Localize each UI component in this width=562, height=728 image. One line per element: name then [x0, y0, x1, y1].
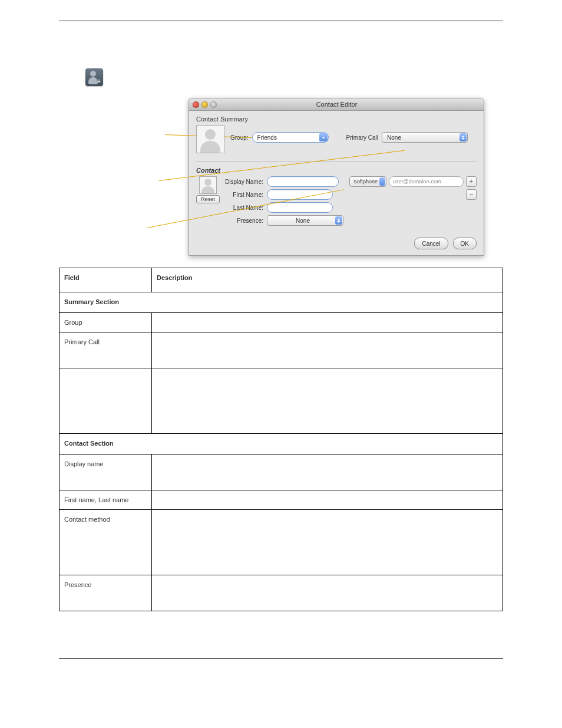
- contact-avatar-small[interactable]: [199, 176, 217, 194]
- presence-label: Presence:: [223, 218, 263, 224]
- group-combo[interactable]: Friends ▾: [252, 132, 329, 143]
- primary-call-select[interactable]: None: [382, 132, 468, 143]
- stepper-icon: [379, 177, 385, 186]
- contact-method-input[interactable]: user@domainA.com: [389, 176, 464, 187]
- contact-method-placeholder: user@domainA.com: [393, 179, 441, 185]
- table-header-field: Field: [59, 268, 152, 292]
- titlebar: Contact Editor: [189, 98, 484, 111]
- table-cell: [152, 490, 503, 510]
- divider: [196, 162, 477, 162]
- table-cell: [152, 368, 503, 434]
- contact-summary-label: Contact Summary: [196, 116, 477, 123]
- contact-method-type: Softphone: [353, 179, 378, 185]
- table-cell: Primary Call: [59, 332, 152, 368]
- first-name-label: First Name:: [223, 192, 263, 198]
- table-cell: Display name: [59, 454, 152, 490]
- display-name-label: Display Name:: [223, 179, 263, 185]
- table-section-summary: Summary Section: [59, 292, 503, 313]
- table-cell: Group: [59, 313, 152, 332]
- close-icon[interactable]: [193, 101, 199, 108]
- last-name-input[interactable]: [267, 202, 333, 213]
- presence-value: None: [272, 218, 333, 224]
- chevron-down-icon: ▾: [319, 133, 328, 141]
- table-cell: Contact method: [59, 510, 152, 575]
- bottom-rule: [59, 658, 503, 659]
- display-name-input[interactable]: [267, 176, 339, 187]
- table-cell: [152, 332, 503, 368]
- field-description-table: Field Description Summary Section Group …: [59, 268, 503, 611]
- contact-method-type-select[interactable]: Softphone: [349, 176, 386, 187]
- last-name-label: Last Name:: [223, 205, 263, 211]
- table-cell: [152, 575, 503, 611]
- table-cell: [152, 454, 503, 490]
- table-section-contact: Contact Section: [59, 434, 503, 454]
- zoom-icon[interactable]: [210, 101, 217, 108]
- presence-select[interactable]: None: [267, 215, 343, 226]
- add-method-button[interactable]: +: [466, 176, 477, 187]
- reset-button[interactable]: Reset: [196, 195, 220, 203]
- stepper-icon: [459, 133, 467, 141]
- add-contact-icon: +: [85, 68, 103, 86]
- ok-button[interactable]: OK: [453, 238, 477, 249]
- contact-editor-dialog: Contact Editor Contact Summary Group: Fr…: [189, 98, 484, 256]
- stepper-icon: [335, 216, 342, 225]
- table-cell: First name, Last name: [59, 490, 152, 510]
- contact-avatar[interactable]: [196, 125, 224, 153]
- group-value: Friends: [257, 134, 277, 141]
- top-rule: [59, 21, 503, 21]
- table-cell: [152, 510, 503, 575]
- minimize-icon[interactable]: [201, 101, 208, 108]
- cancel-button[interactable]: Cancel: [414, 238, 448, 249]
- primary-call-label: Primary Call: [346, 134, 378, 141]
- table-cell: [59, 368, 152, 434]
- remove-method-button[interactable]: −: [466, 189, 477, 200]
- primary-call-value: None: [387, 134, 401, 141]
- table-cell: Presence: [59, 575, 152, 611]
- table-header-desc: Description: [152, 268, 503, 292]
- table-cell: [152, 313, 503, 332]
- dialog-title: Contact Editor: [217, 101, 457, 108]
